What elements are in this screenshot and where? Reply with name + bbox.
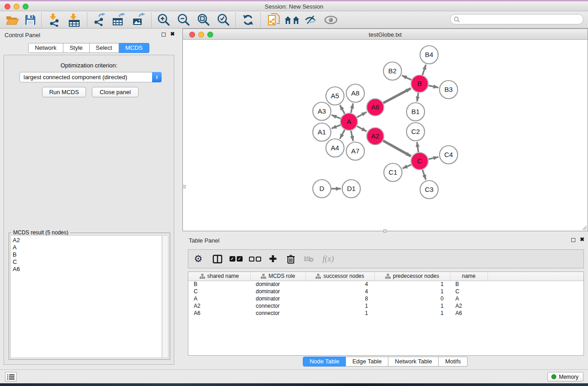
graph-node-A6[interactable]: A6 — [367, 99, 384, 116]
graph-node-C2[interactable]: C2 — [406, 123, 425, 141]
network-from-selection-button[interactable] — [265, 12, 282, 28]
graph-edge-A-A5[interactable] — [340, 105, 344, 114]
export-image-button[interactable] — [130, 12, 148, 28]
graph-node-A4[interactable]: A4 — [326, 139, 344, 157]
table-cell[interactable]: 1 — [374, 302, 450, 310]
tab-network-table[interactable]: Network Table — [388, 357, 439, 367]
deselect-all-columns-button[interactable] — [245, 251, 264, 267]
graph-node-D1[interactable]: D1 — [342, 180, 360, 198]
select-all-columns-button[interactable]: ✓ ✓ — [226, 251, 245, 267]
graph-node-B4[interactable]: B4 — [420, 46, 438, 64]
table-cell[interactable]: connector — [250, 310, 306, 317]
graph-node-C4[interactable]: C4 — [440, 146, 458, 164]
table-row[interactable]: Adominator80A — [188, 295, 583, 302]
table-row[interactable]: A2connector11A2 — [188, 302, 583, 310]
graph-node-B3[interactable]: B3 — [440, 81, 458, 99]
column-header-successor-nodes[interactable]: successor nodes — [306, 272, 374, 281]
column-header-shared-name[interactable]: shared name — [188, 272, 250, 281]
table-cell[interactable]: dominator — [250, 295, 306, 302]
first-neighbors-button[interactable] — [283, 12, 301, 28]
run-mcds-button[interactable]: Run MCDS — [42, 87, 86, 97]
graph-node-A1[interactable]: A1 — [313, 123, 331, 141]
tab-motifs[interactable]: Motifs — [439, 357, 468, 367]
graph-edge-A-A8[interactable] — [351, 103, 353, 113]
graph-node-B1[interactable]: B1 — [406, 103, 425, 121]
table-cell[interactable]: 0 — [374, 295, 450, 302]
table-cell[interactable]: B — [188, 281, 250, 288]
graph-edge-A-A4[interactable] — [340, 130, 345, 139]
search-input[interactable] — [460, 16, 583, 23]
graph-node-A3[interactable]: A3 — [313, 102, 331, 120]
graph-edge-A-A2[interactable] — [357, 126, 367, 132]
graph-node-A8[interactable]: A8 — [346, 84, 364, 102]
graph-node-C[interactable]: C — [411, 152, 428, 170]
close-panel-button[interactable]: Close panel — [92, 87, 139, 97]
graph-node-B[interactable]: B — [411, 75, 428, 92]
tab-network[interactable]: Network — [28, 43, 63, 53]
table-cell[interactable]: dominator — [250, 281, 306, 288]
zoom-selected-button[interactable] — [215, 12, 232, 28]
zoom-fit-button[interactable] — [195, 12, 212, 28]
table-cell[interactable]: connector — [250, 302, 306, 310]
graph-edge-A-A1[interactable] — [331, 125, 340, 129]
graph-node-B2[interactable]: B2 — [383, 62, 402, 80]
table-cell[interactable]: C — [450, 288, 488, 295]
frame-resize-grip-left[interactable] — [182, 185, 186, 188]
graph-edge-B-B2[interactable] — [402, 76, 411, 80]
window-resize-handle[interactable] — [582, 225, 587, 230]
graph-edge-C-C1[interactable] — [402, 165, 411, 168]
graph-edge-A-A6[interactable] — [357, 112, 367, 118]
tab-node-table[interactable]: Node Table — [303, 357, 346, 367]
mcds-result-list[interactable]: A2ABCA6 — [10, 235, 162, 358]
add-column-button[interactable]: ✚ — [264, 251, 282, 267]
graph-edge-C-C4[interactable] — [429, 157, 439, 159]
graph-edge-C-C3[interactable] — [422, 170, 425, 180]
mcds-result-item[interactable]: B — [13, 251, 162, 258]
search-field[interactable] — [450, 14, 583, 24]
save-session-button[interactable] — [22, 12, 39, 28]
split-columns-button[interactable] — [208, 251, 226, 267]
function-builder-button[interactable]: f(x) — [318, 251, 339, 267]
network-graph[interactable]: AA1A2A3A4A5A6A7A8BB1B2B3B4CC1C2C3C4DD1 — [183, 40, 587, 230]
mcds-result-item[interactable]: A6 — [13, 266, 162, 273]
table-cell[interactable]: A6 — [450, 310, 488, 317]
export-table-button[interactable] — [110, 12, 128, 28]
table-cell[interactable]: 8 — [306, 295, 374, 302]
zoom-in-button[interactable] — [155, 12, 172, 28]
table-cell[interactable]: A2 — [450, 302, 488, 310]
import-network-button[interactable] — [46, 12, 63, 28]
table-cell[interactable]: B — [450, 281, 488, 288]
refresh-layout-button[interactable] — [239, 12, 257, 28]
close-panel-icon[interactable]: ✖ — [170, 31, 175, 37]
table-cell[interactable]: A6 — [188, 310, 250, 317]
show-all-button[interactable] — [322, 12, 339, 28]
table-cell[interactable]: A2 — [188, 302, 250, 310]
graph-node-C3[interactable]: C3 — [420, 181, 438, 199]
graph-edge-A-A3[interactable] — [331, 115, 340, 119]
graph-node-A[interactable]: A — [340, 113, 358, 130]
graph-node-A7[interactable]: A7 — [346, 142, 364, 160]
table-cell[interactable]: 1 — [374, 288, 450, 295]
graph-edge-B-B4[interactable] — [422, 65, 426, 75]
delete-columns-button[interactable] — [282, 251, 300, 267]
mcds-result-item[interactable]: C — [13, 258, 162, 266]
table-cell[interactable]: 4 — [306, 288, 374, 295]
tab-style[interactable]: Style — [63, 43, 90, 53]
graph-edge-A-A7[interactable] — [351, 131, 353, 141]
column-header-MCDS-role[interactable]: MCDS role — [250, 272, 306, 281]
delete-table-button[interactable] — [300, 251, 318, 267]
table-row[interactable]: Bdominator41B — [188, 281, 583, 288]
memory-button[interactable]: Memory — [547, 372, 583, 381]
export-network-button[interactable] — [91, 12, 108, 28]
open-session-button[interactable] — [4, 12, 21, 28]
graph-node-C1[interactable]: C1 — [384, 163, 402, 181]
table-cell[interactable]: 1 — [306, 310, 374, 317]
graph-node-A2[interactable]: A2 — [367, 128, 384, 145]
tab-select[interactable]: Select — [90, 43, 119, 53]
table-cell[interactable]: 1 — [306, 302, 374, 310]
graph-edge-A2-C[interactable] — [383, 141, 411, 156]
table-row[interactable]: A6connector11A6 — [188, 310, 583, 317]
float-panel-icon[interactable] — [162, 33, 166, 37]
frame-resize-grip-bottom[interactable] — [383, 229, 387, 233]
graph-node-A5[interactable]: A5 — [326, 87, 344, 105]
